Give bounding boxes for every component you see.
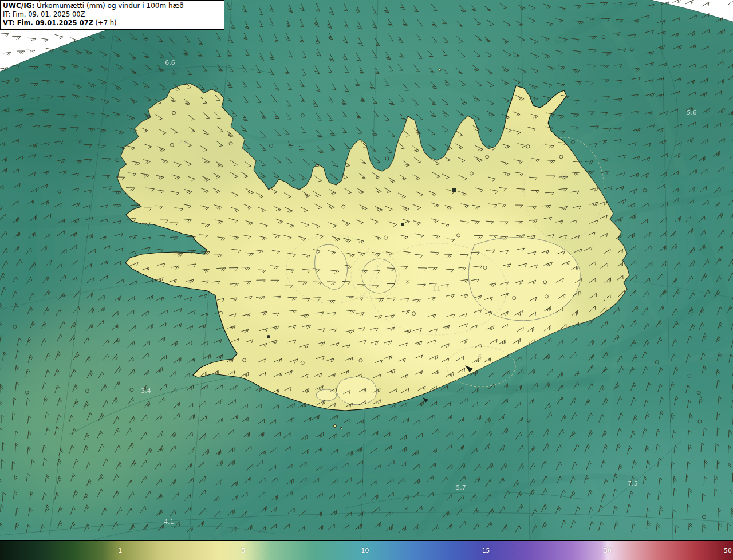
- contour-label: 6: [478, 353, 482, 361]
- colorbar: 1510153050: [0, 540, 733, 560]
- contour-label: 5.7: [456, 484, 466, 491]
- colorbar-tick-15: 15: [482, 547, 490, 554]
- valid-time-offset: (+7 h): [93, 19, 117, 27]
- contour-label: 7.5: [628, 480, 638, 487]
- valid-time-bold: VT: Fim. 09.01.2025 07Z: [3, 19, 93, 27]
- map-canvas: 6.62.85.68113.465.77.54.1: [0, 0, 733, 540]
- contour-label: 11: [432, 285, 440, 293]
- colorbar-tick-10: 10: [361, 547, 369, 554]
- contour-label: 6.6: [165, 59, 175, 66]
- valid-time: VT: Fim. 09.01.2025 07Z (+7 h): [3, 19, 220, 27]
- colorbar-tick-1: 1: [118, 547, 122, 554]
- contour-label: 4.1: [164, 518, 174, 526]
- colorbar-tick-50: 50: [724, 547, 732, 554]
- model-name: UWC/IG:: [3, 2, 34, 10]
- contour-label: 2.8: [178, 139, 188, 146]
- init-time: IT: Fim. 09. 01. 2025 00Z: [3, 10, 220, 19]
- contour-label: 5.6: [687, 109, 697, 116]
- colorbar-tick-5: 5: [241, 547, 245, 554]
- title-box: UWC/IG: Úrkomumætti (mm) og vindur í 100…: [0, 0, 224, 30]
- map-title-line: UWC/IG: Úrkomumætti (mm) og vindur í 100…: [3, 2, 220, 10]
- contour-label: 8: [562, 172, 566, 179]
- map-title: Úrkomumætti (mm) og vindur í 100m hæð: [34, 2, 183, 10]
- colorbar-tick-30: 30: [604, 547, 612, 554]
- contour-label: 3.4: [141, 387, 151, 395]
- weather-map-app: 6.62.85.68113.465.77.54.1 UWC/IG: Úrkomu…: [0, 0, 733, 560]
